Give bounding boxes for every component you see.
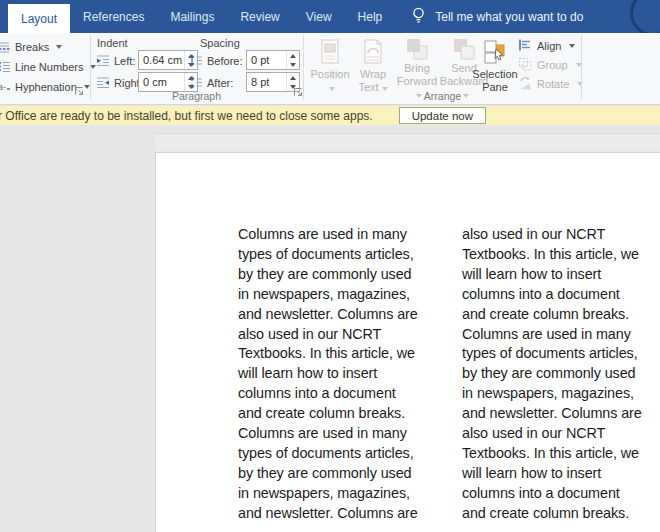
rotate-label: Rotate bbox=[537, 78, 569, 90]
align-label: Align bbox=[537, 40, 561, 52]
hyphenation-icon: a- bbox=[0, 80, 11, 95]
breaks-button[interactable]: Breaks bbox=[0, 38, 62, 56]
arrange-group-label: Arrange bbox=[306, 90, 579, 102]
chevron-down-icon bbox=[569, 44, 575, 48]
stepper-down-icon[interactable] bbox=[290, 63, 296, 67]
stepper-up-icon[interactable] bbox=[290, 76, 296, 80]
stepper-up-icon[interactable] bbox=[290, 54, 296, 58]
update-notification-bar: r Office are ready to be installed, but … bbox=[0, 106, 660, 125]
account-badge-icon bbox=[630, 0, 660, 33]
document-page[interactable]: Columns are used in many types of docume… bbox=[155, 152, 660, 532]
text-column-2[interactable]: also used in our NCRT Textbooks. In this… bbox=[462, 225, 642, 524]
line-numbers-label: Line Numbers bbox=[15, 61, 83, 73]
line-numbers-button[interactable]: Line Numbers bbox=[0, 58, 96, 76]
indent-left-value[interactable]: 0.64 cm bbox=[139, 54, 184, 66]
breaks-icon bbox=[0, 40, 11, 55]
ribbon: Breaks Line Numbers a- Hyphenation Inden… bbox=[0, 33, 660, 105]
chevron-down-icon bbox=[56, 45, 62, 49]
spacing-before-stepper[interactable] bbox=[286, 51, 299, 69]
breaks-label: Breaks bbox=[15, 41, 49, 53]
indent-right-value[interactable]: 0 cm bbox=[139, 76, 184, 88]
svg-text:a-: a- bbox=[0, 82, 6, 92]
ribbon-tabs: Layout References Mailings Review View H… bbox=[0, 0, 395, 33]
spacing-before-value[interactable]: 0 pt bbox=[247, 54, 286, 66]
title-bar: Layout References Mailings Review View H… bbox=[0, 0, 660, 33]
wrap-text-icon bbox=[361, 36, 385, 68]
align-button[interactable]: Align bbox=[518, 37, 575, 54]
page-gap bbox=[155, 133, 660, 151]
page-setup-dialog-launcher-icon[interactable] bbox=[74, 86, 85, 97]
tab-help[interactable]: Help bbox=[345, 0, 396, 33]
text-column-1[interactable]: Columns are used in many types of docume… bbox=[238, 225, 418, 524]
spacing-header: Spacing bbox=[200, 37, 240, 49]
indent-left-label: Left: bbox=[114, 55, 135, 67]
align-icon bbox=[518, 38, 532, 54]
tab-view[interactable]: View bbox=[293, 0, 345, 33]
bring-forward-label-1: Bring bbox=[404, 62, 430, 75]
spacing-before-input[interactable]: 0 pt bbox=[246, 50, 300, 70]
selection-pane-icon bbox=[482, 36, 508, 68]
spacing-after-label: After: bbox=[207, 77, 233, 89]
tell-me-box[interactable]: Tell me what you want to do bbox=[411, 0, 583, 33]
tab-mailings[interactable]: Mailings bbox=[157, 0, 227, 33]
position-label: Position bbox=[310, 68, 349, 81]
tab-review[interactable]: Review bbox=[227, 0, 292, 33]
lightbulb-icon bbox=[411, 7, 426, 27]
spacing-after-input[interactable]: 8 pt bbox=[246, 72, 300, 92]
spacing-before-label: Before: bbox=[207, 55, 242, 67]
bring-forward-icon bbox=[404, 36, 430, 62]
spacing-before-icon bbox=[189, 54, 203, 69]
group-icon bbox=[518, 57, 532, 73]
group-separator bbox=[303, 35, 304, 100]
tab-references[interactable]: References bbox=[70, 0, 157, 33]
paragraph-group-label: Paragraph bbox=[90, 90, 303, 102]
document-workspace: Columns are used in many types of docume… bbox=[0, 125, 660, 532]
group-label: Group bbox=[537, 59, 568, 71]
indent-header: Indent bbox=[97, 37, 128, 49]
bring-forward-label-2: Forward bbox=[397, 75, 437, 87]
position-icon bbox=[318, 36, 342, 68]
hyphenation-label: Hyphenation bbox=[15, 81, 77, 93]
indent-left-row: Left: bbox=[96, 51, 135, 71]
indent-left-icon bbox=[96, 54, 110, 69]
spacing-before-row: Before: bbox=[189, 51, 242, 71]
indent-right-icon bbox=[96, 76, 110, 91]
tab-layout[interactable]: Layout bbox=[8, 4, 70, 33]
line-numbers-icon bbox=[0, 60, 11, 75]
spacing-after-icon bbox=[189, 76, 203, 91]
group-button: Group bbox=[518, 56, 582, 73]
selection-pane-label-1: Selection bbox=[472, 68, 517, 81]
tell-me-label: Tell me what you want to do bbox=[435, 10, 583, 24]
update-now-button[interactable]: Update now bbox=[399, 107, 486, 124]
group-separator bbox=[581, 35, 582, 100]
spacing-after-value[interactable]: 8 pt bbox=[247, 76, 286, 88]
notification-message: r Office are ready to be installed, but … bbox=[0, 109, 373, 123]
wrap-text-label-1: Wrap bbox=[360, 68, 386, 81]
